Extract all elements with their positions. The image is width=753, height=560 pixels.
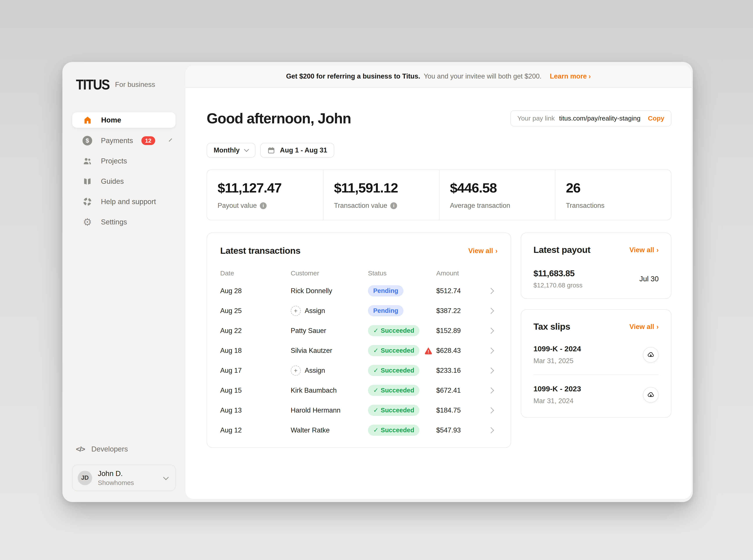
payout-amount: $11,683.85 <box>534 268 582 278</box>
cell-amount: $628.43 <box>436 347 489 355</box>
tax-slip-date: Mar 31, 2024 <box>534 397 581 405</box>
sidebar-item-label: Projects <box>101 157 168 165</box>
payout-gross: $12,170.68 gross <box>534 282 582 289</box>
chevron-right-icon[interactable] <box>488 327 494 334</box>
tax-slip-name: 1099-K - 2024 <box>534 344 581 353</box>
chevron-right-icon[interactable] <box>488 307 494 314</box>
cell-date: Aug 28 <box>220 287 291 295</box>
sidebar-item-home[interactable]: Home <box>72 112 176 128</box>
latest-transactions-card: Latest transactions View all› Date Custo… <box>207 233 511 448</box>
chevron-right-icon[interactable] <box>488 367 494 374</box>
chevron-right-icon: › <box>588 73 591 80</box>
cell-amount: $387.22 <box>436 307 489 315</box>
sidebar-item-guides[interactable]: Guides <box>72 174 176 189</box>
chevron-right-icon[interactable] <box>488 288 494 294</box>
lifebuoy-icon <box>82 196 93 207</box>
stat-value: 26 <box>566 180 671 196</box>
tax-slip-name: 1099-K - 2023 <box>534 384 581 393</box>
tax-slip-date: Mar 31, 2025 <box>534 357 581 365</box>
table-row[interactable]: Aug 13 Harold Hermann ✓Succeeded $184.75 <box>220 400 498 420</box>
table-row[interactable]: Aug 17 + Assign ✓Succeeded $233.16 <box>220 360 498 380</box>
profile-name: John D. <box>98 469 158 478</box>
chevron-right-icon[interactable] <box>488 427 494 433</box>
sidebar-item-developers[interactable]: </> Developers <box>76 445 186 453</box>
guides-icon <box>82 176 93 186</box>
assign-button[interactable]: + Assign <box>291 306 368 316</box>
sidebar-item-projects[interactable]: Projects <box>72 153 176 169</box>
stat-average-transaction: $446.58 Average transaction <box>439 170 555 220</box>
table-row[interactable]: Aug 18 Silvia Kautzer ✓Succeeded $628.43 <box>220 341 498 360</box>
code-icon: </> <box>76 445 85 453</box>
sidebar-item-help[interactable]: Help and support <box>72 194 176 209</box>
table-row[interactable]: Aug 25 + Assign Pending $387.22 <box>220 301 498 321</box>
logo-subtitle: For business <box>115 80 155 88</box>
info-icon[interactable]: i <box>390 202 397 209</box>
table-header: Date Customer Status Amount <box>220 269 498 277</box>
stat-label: Transaction value i <box>334 202 439 209</box>
avatar: JD <box>78 471 92 485</box>
list-item: 1099-K - 2024 Mar 31, 2025 <box>534 335 659 375</box>
cell-customer: Rick Donnelly <box>291 287 368 295</box>
profile-switcher[interactable]: JD John D. Showhomes <box>72 465 176 491</box>
warning-icon[interactable] <box>424 346 432 355</box>
sidebar-item-label: Home <box>101 116 168 124</box>
developers-label: Developers <box>91 445 128 453</box>
download-button[interactable] <box>643 387 659 403</box>
cell-date: Aug 18 <box>220 347 291 355</box>
info-icon[interactable]: i <box>260 202 267 209</box>
date-range-picker[interactable]: Aug 1 - Aug 31 <box>260 143 334 158</box>
stat-transactions-count: 26 Transactions <box>555 170 671 220</box>
chevron-right-icon[interactable] <box>488 347 494 354</box>
chevron-right-icon[interactable] <box>488 387 494 393</box>
table-row[interactable]: Aug 12 Walter Ratke ✓Succeeded $547.93 <box>220 420 498 440</box>
cell-amount: $547.93 <box>436 426 489 434</box>
plus-icon: + <box>291 365 301 376</box>
date-range-value: Aug 1 - Aug 31 <box>280 146 327 154</box>
payout-view-all-link[interactable]: View all› <box>630 246 659 254</box>
period-select[interactable]: Monthly <box>207 143 255 158</box>
sidebar-bottom: </> Developers JD John D. Showhomes <box>62 445 186 502</box>
assign-button[interactable]: + Assign <box>291 365 368 376</box>
transactions-title: Latest transactions <box>220 246 300 256</box>
table-row[interactable]: Aug 28 Rick Donnelly Pending $512.74 <box>220 281 498 301</box>
table-row[interactable]: Aug 22 Patty Sauer ✓Succeeded $152.89 <box>220 321 498 341</box>
table-row[interactable]: Aug 15 Kirk Baumbach ✓Succeeded $672.41 <box>220 380 498 400</box>
cell-amount: $233.16 <box>436 367 489 375</box>
sidebar-item-payments[interactable]: $ Payments 12 <box>72 133 176 148</box>
cell-date: Aug 17 <box>220 367 291 375</box>
stats-row: $11,127.47 Payout value i $11,591.12 Tra… <box>207 169 671 220</box>
pay-link-label: Your pay link <box>518 115 555 122</box>
status-badge: ✓Succeeded <box>368 405 419 416</box>
stat-label: Payout value i <box>217 202 323 209</box>
tax-slips-card: Tax slips View all› 1099-K - 2024 Mar 31… <box>521 309 671 418</box>
transactions-view-all-link[interactable]: View all› <box>468 247 498 255</box>
col-date: Date <box>220 269 291 277</box>
learn-more-link[interactable]: Learn more› <box>550 73 591 80</box>
cell-date: Aug 25 <box>220 307 291 315</box>
copy-button[interactable]: Copy <box>648 115 664 122</box>
tax-view-all-link[interactable]: View all› <box>630 323 659 331</box>
chevron-down-icon <box>244 147 249 152</box>
sidebar-item-settings[interactable]: ⚙ Settings <box>72 214 176 230</box>
chevron-down-icon[interactable] <box>163 475 169 480</box>
download-button[interactable] <box>643 347 659 363</box>
banner-bold-text: Get $200 for referring a business to Tit… <box>286 73 420 80</box>
period-value: Monthly <box>214 146 240 154</box>
stat-value: $11,591.12 <box>334 180 439 196</box>
chevron-down-icon[interactable] <box>169 138 172 142</box>
sidebar-item-label: Payments <box>101 137 133 145</box>
banner-text: You and your invitee will both get $200. <box>424 73 542 80</box>
cell-date: Aug 12 <box>220 426 291 434</box>
status-badge: Pending <box>368 285 403 296</box>
logo-row: TITUS For business <box>62 62 186 92</box>
status-badge: ✓Succeeded <box>368 425 419 436</box>
cloud-download-icon <box>647 351 655 359</box>
cell-amount: $512.74 <box>436 287 489 295</box>
status-badge: ✓Succeeded <box>368 385 419 396</box>
sidebar-item-label: Settings <box>101 218 168 226</box>
filters-row: Monthly Aug 1 - Aug 31 <box>207 143 671 158</box>
sidebar: TITUS For business Home $ Payments 12 <box>62 62 186 502</box>
tax-title: Tax slips <box>534 322 570 332</box>
chevron-right-icon[interactable] <box>488 407 494 413</box>
chevron-right-icon: › <box>656 323 659 331</box>
